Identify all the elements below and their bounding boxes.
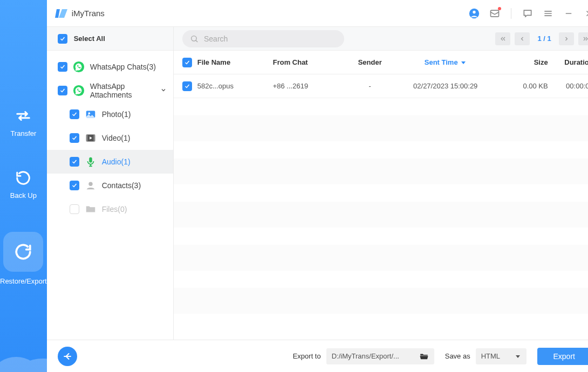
menu-icon[interactable] bbox=[543, 8, 553, 19]
cell-size: 0.00 KB bbox=[494, 82, 548, 90]
svg-point-13 bbox=[88, 182, 92, 186]
export-button[interactable]: Export bbox=[537, 348, 588, 365]
tree-label: Video(1) bbox=[102, 134, 131, 142]
tree-whatsapp-chats[interactable]: WhatsApp Chats(3) bbox=[47, 55, 173, 79]
cell-dur: 00:00:02 bbox=[548, 82, 588, 90]
svg-rect-11 bbox=[93, 135, 95, 142]
minimize-icon[interactable] bbox=[563, 8, 574, 19]
export-to-label: Export to bbox=[293, 352, 321, 360]
tree-video[interactable]: Video(1) bbox=[47, 126, 173, 150]
pager: 1 / 1 bbox=[495, 32, 588, 45]
col-sent-label: Sent Time bbox=[425, 58, 458, 66]
inbox-icon[interactable] bbox=[489, 8, 500, 19]
video-icon bbox=[85, 132, 97, 144]
left-rail: Transfer Back Up Restore/Export bbox=[0, 0, 47, 372]
svg-point-8 bbox=[88, 112, 90, 114]
checkbox-row[interactable] bbox=[182, 81, 192, 91]
tree-audio[interactable]: Audio(1) bbox=[47, 150, 173, 174]
export-path-box[interactable]: D:/iMyTrans/Export/... bbox=[326, 348, 434, 364]
rail-transfer[interactable]: Transfer bbox=[0, 108, 47, 137]
empty-stripe bbox=[174, 159, 588, 184]
pager-last[interactable] bbox=[578, 32, 588, 45]
rail-backup[interactable]: Back Up bbox=[0, 170, 47, 199]
backup-icon bbox=[15, 170, 31, 186]
contacts-icon bbox=[85, 180, 97, 191]
rail-restore-label: Restore/Export bbox=[0, 277, 47, 285]
folder-icon bbox=[85, 203, 97, 215]
whatsapp-icon bbox=[73, 85, 85, 97]
rail-restore[interactable]: Restore/Export bbox=[0, 232, 47, 285]
save-as-field: Save as HTML bbox=[445, 348, 527, 364]
col-size[interactable]: Size bbox=[494, 58, 548, 66]
table-body: 582c...opus +86 ...2619 - 02/27/2023 15:… bbox=[174, 74, 588, 340]
search-icon bbox=[190, 34, 199, 44]
checkbox-select-all[interactable] bbox=[58, 34, 67, 44]
export-path: D:/iMyTrans/Export/... bbox=[332, 352, 399, 360]
checkbox[interactable] bbox=[70, 157, 79, 167]
empty-stripe bbox=[174, 202, 588, 228]
whatsapp-icon bbox=[73, 61, 85, 73]
photo-icon bbox=[85, 108, 97, 120]
checkbox-all-rows[interactable] bbox=[182, 58, 192, 67]
pager-next[interactable] bbox=[559, 32, 574, 45]
search-input[interactable] bbox=[204, 35, 337, 43]
checkbox[interactable] bbox=[58, 86, 67, 95]
search-box[interactable] bbox=[182, 30, 344, 47]
tree-label: Files(0) bbox=[102, 205, 127, 213]
checkbox[interactable] bbox=[70, 204, 79, 214]
tree-label: Contacts(3) bbox=[102, 181, 141, 190]
tree-whatsapp-attachments[interactable]: WhatsApp Attachments bbox=[47, 79, 173, 102]
export-to-field: Export to D:/iMyTrans/Export/... bbox=[293, 348, 434, 364]
back-button[interactable] bbox=[58, 347, 77, 366]
chevron-down-icon[interactable] bbox=[160, 86, 167, 95]
tree-label: WhatsApp Attachments bbox=[90, 82, 155, 99]
empty-stripe bbox=[174, 115, 588, 141]
tree-select-all[interactable]: Select All bbox=[47, 27, 173, 51]
col-file[interactable]: File Name bbox=[197, 58, 273, 66]
table-header: File Name From Chat Sender Sent Time Siz… bbox=[174, 51, 588, 74]
close-icon[interactable] bbox=[584, 8, 588, 19]
pager-prev[interactable] bbox=[515, 32, 530, 45]
logo-icon bbox=[54, 7, 67, 20]
pager-label: 1 / 1 bbox=[534, 35, 554, 43]
select-all-label: Select All bbox=[74, 35, 105, 43]
tree-contacts[interactable]: Contacts(3) bbox=[47, 174, 173, 197]
checkbox[interactable] bbox=[70, 133, 79, 143]
cell-sender: - bbox=[343, 82, 397, 90]
svg-rect-12 bbox=[89, 157, 92, 163]
save-as-label: Save as bbox=[445, 352, 470, 360]
col-sender[interactable]: Sender bbox=[343, 58, 397, 66]
cell-from: +86 ...2619 bbox=[273, 82, 343, 90]
format-select[interactable]: HTML bbox=[476, 348, 527, 364]
tree-label: Audio(1) bbox=[102, 157, 131, 166]
col-dur[interactable]: Duration bbox=[548, 58, 588, 66]
cell-sent: 02/27/2023 15:00:29 bbox=[397, 82, 494, 90]
app-title: iMyTrans bbox=[72, 9, 105, 18]
tree-files[interactable]: Files(0) bbox=[47, 197, 173, 221]
tree-label: WhatsApp Chats(3) bbox=[90, 63, 156, 71]
empty-stripe bbox=[174, 245, 588, 271]
svg-rect-10 bbox=[86, 135, 87, 142]
svg-rect-4 bbox=[490, 10, 498, 17]
rail-transfer-label: Transfer bbox=[10, 129, 36, 137]
account-icon[interactable] bbox=[469, 8, 480, 19]
tree-photo[interactable]: Photo(1) bbox=[47, 102, 173, 126]
table-row[interactable]: 582c...opus +86 ...2619 - 02/27/2023 15:… bbox=[174, 74, 588, 98]
chevron-down-icon bbox=[515, 353, 521, 360]
checkbox[interactable] bbox=[70, 109, 79, 119]
format-value: HTML bbox=[481, 352, 500, 360]
feedback-icon[interactable] bbox=[522, 8, 533, 19]
tree-pane: Select All WhatsApp Chats(3) WhatsApp At… bbox=[47, 27, 174, 340]
pager-first[interactable] bbox=[495, 32, 510, 45]
col-sent[interactable]: Sent Time bbox=[397, 58, 494, 66]
content-pane: 1 / 1 File Name From Chat Sender bbox=[174, 27, 588, 340]
col-from[interactable]: From Chat bbox=[273, 58, 343, 66]
rail-backup-label: Back Up bbox=[10, 191, 37, 199]
checkbox[interactable] bbox=[58, 62, 67, 72]
empty-stripe bbox=[174, 288, 588, 314]
checkbox[interactable] bbox=[70, 181, 79, 190]
tree-label: Photo(1) bbox=[102, 110, 131, 119]
cell-file: 582c...opus bbox=[197, 82, 273, 90]
transfer-icon bbox=[15, 108, 31, 124]
svg-point-14 bbox=[191, 36, 196, 40]
